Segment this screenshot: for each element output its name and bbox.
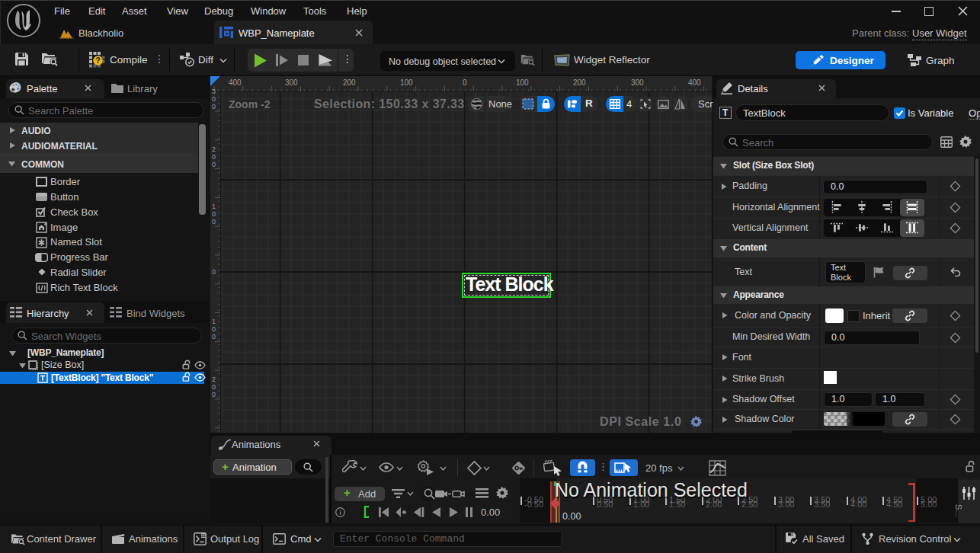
svg-text:31: 31 [201, 533, 206, 538]
svg-text:?: ? [95, 56, 100, 65]
